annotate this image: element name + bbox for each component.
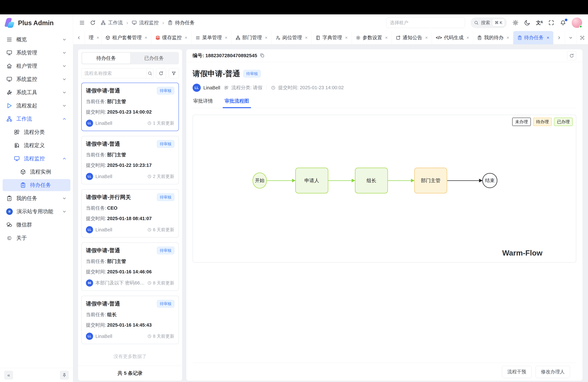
sidebar-item-about[interactable]: © 关于 xyxy=(3,232,70,244)
flow-node-end[interactable]: 结束 xyxy=(482,173,497,188)
task-card[interactable]: 请假申请-普通 待审核 当前任务:部门主管 提交时间:2025-01-23 14… xyxy=(81,83,179,131)
close-icon[interactable]: × xyxy=(97,35,99,40)
flow-node-applicant[interactable]: 申请人 xyxy=(295,168,328,193)
filter-button[interactable] xyxy=(169,68,179,78)
flowchart-canvas[interactable]: 未办理 待办理 已办理 开始 申请人 组长 部门主管 结束 xyxy=(192,115,576,263)
close-icon[interactable]: × xyxy=(305,35,308,40)
clock-icon xyxy=(147,281,152,285)
page-tab[interactable]: 岗位管理× xyxy=(272,31,312,44)
tabs-dropdown-button[interactable] xyxy=(565,31,576,44)
wechat-icon xyxy=(6,222,12,228)
sidebar-item-workflow[interactable]: 工作流 xyxy=(3,113,70,125)
submit-time-row: 提交时间:2025-01-16 14:45:43 xyxy=(86,322,174,328)
close-icon[interactable]: × xyxy=(385,35,388,40)
segment-todo-tasks[interactable]: 待办任务 xyxy=(82,53,130,64)
tab-approval-details[interactable]: 审批详情 xyxy=(192,98,213,108)
sidebar-item-process-category[interactable]: 流程分类 xyxy=(3,126,70,138)
fullscreen-icon[interactable] xyxy=(548,20,554,26)
task-card[interactable]: 请假申请-普通 待审核 当前任务:部门主管 提交时间:2025-01-16 14… xyxy=(81,242,179,291)
close-icon[interactable]: × xyxy=(425,35,428,40)
submit-time-row: 提交时间:2025-01-22 10:23:17 xyxy=(86,162,174,169)
page-tabs-bar: 理× 租户套餐管理× 缓存监控× 菜单管理× 部门管理× 岗位管理× 字典管理× xyxy=(73,31,588,44)
close-icon[interactable]: × xyxy=(466,35,469,40)
reset-button[interactable] xyxy=(156,68,166,78)
change-assignee-button[interactable]: 修改办理人 xyxy=(536,366,570,378)
page-tab[interactable]: 缓存监控× xyxy=(151,31,191,44)
sidebar-item-label: 系统管理 xyxy=(16,49,37,56)
task-search-input[interactable] xyxy=(82,68,146,78)
page-tab[interactable]: 理× xyxy=(85,31,102,44)
task-type-segmented-control: 待办任务 已办任务 xyxy=(81,52,179,64)
page-tab[interactable]: 菜单管理× xyxy=(191,31,231,44)
notifications-bell-icon[interactable] xyxy=(560,20,566,26)
tab-approval-flowchart[interactable]: 审批流程图 xyxy=(224,98,250,108)
task-list-panel: 待办任务 已办任务 请假申请-普通 待审核 xyxy=(78,49,182,381)
sidebar-item-overview[interactable]: 概览 xyxy=(3,34,70,45)
breadcrumb-separator: › xyxy=(162,20,164,25)
sidebar-item-process-definition[interactable]: 流程定义 xyxy=(3,139,70,151)
close-icon[interactable]: × xyxy=(345,35,348,40)
page-tab[interactable]: 我的待办× xyxy=(473,31,513,44)
chevron-up-icon xyxy=(62,156,67,161)
certificate-icon xyxy=(14,142,20,149)
breadcrumb-item[interactable]: 工作流 xyxy=(108,20,123,26)
sidebar-item-system-management[interactable]: 系统管理 xyxy=(3,47,70,59)
tabs-scroll-left-button[interactable] xyxy=(73,31,85,44)
sidebar-item-system-tools[interactable]: 系统工具 xyxy=(3,86,70,99)
flow-node-start[interactable]: 开始 xyxy=(252,172,267,189)
hamburger-menu-icon[interactable] xyxy=(79,20,85,26)
close-icon[interactable]: × xyxy=(265,35,268,40)
close-icon[interactable]: × xyxy=(145,35,147,40)
sidebar-item-demo-features[interactable]: ✳ 演示站专用功能 xyxy=(3,206,70,218)
status-badge: 待审核 xyxy=(157,193,174,201)
sidebar-item-process-instance[interactable]: 流程实例 xyxy=(3,166,70,178)
pin-icon[interactable] xyxy=(60,371,69,380)
page-tab[interactable]: 通知公告× xyxy=(392,31,432,44)
settings-gear-icon[interactable] xyxy=(512,20,519,26)
close-icon[interactable]: × xyxy=(547,35,549,40)
language-switch-icon[interactable]: 文ᴬ xyxy=(536,20,543,26)
sidebar-item-wechat-group[interactable]: 微信群 xyxy=(3,219,70,231)
flow-node-team-leader[interactable]: 组长 xyxy=(355,168,388,193)
org-tree-icon xyxy=(6,116,12,122)
page-tab[interactable]: 参数设置× xyxy=(352,31,392,44)
task-card[interactable]: 请假申请-普通 待审核 当前任务:组长 提交时间:2025-01-16 14:4… xyxy=(81,296,179,344)
sidebar-item-todo-tasks[interactable]: 待办任务 xyxy=(3,179,70,191)
sidebar-item-process-monitor[interactable]: 流程监控 xyxy=(3,153,70,165)
page-tab[interactable]: 租户套餐管理× xyxy=(102,31,151,44)
tabs-scroll-right-button[interactable] xyxy=(553,31,565,44)
refresh-detail-button[interactable] xyxy=(567,51,576,60)
page-tab[interactable]: 部门管理× xyxy=(231,31,272,44)
process-intervene-button[interactable]: 流程干预 xyxy=(502,366,532,378)
sidebar-item-tenant-management[interactable]: 租户管理 xyxy=(3,60,70,72)
close-icon[interactable]: × xyxy=(225,35,227,40)
global-search-button[interactable]: 搜索 ⌘ K xyxy=(471,17,507,28)
task-card[interactable]: 请假申请-普通 待审核 当前任务:部门主管 提交时间:2025-01-22 10… xyxy=(81,136,179,184)
breadcrumb-item[interactable]: 流程监控 xyxy=(139,20,159,26)
page-tab[interactable]: </> 代码生成× xyxy=(432,31,473,44)
close-icon[interactable]: × xyxy=(506,35,509,40)
refresh-page-icon[interactable] xyxy=(90,20,96,26)
sidebar-item-process-start[interactable]: 流程发起 xyxy=(3,100,70,112)
header-actions: 搜索 ⌘ K 文ᴬ xyxy=(386,17,582,28)
sidebar-item-system-monitor[interactable]: 系统监控 xyxy=(3,73,70,85)
sidebar-item-label: 关于 xyxy=(16,234,27,242)
page-tab[interactable]: 字典管理× xyxy=(312,31,352,44)
tenant-select-input[interactable] xyxy=(386,18,465,28)
copy-icon[interactable] xyxy=(260,53,265,59)
close-icon[interactable]: × xyxy=(185,35,187,40)
segment-done-tasks[interactable]: 已办任务 xyxy=(130,53,178,64)
dark-mode-moon-icon[interactable] xyxy=(524,20,530,26)
page-tab-active[interactable]: 待办任务× xyxy=(513,31,553,44)
task-title: 请假申请-普通 xyxy=(86,300,120,307)
user-avatar[interactable] xyxy=(572,18,582,28)
sidebar-item-my-tasks[interactable]: 我的任务 xyxy=(3,192,70,204)
search-label: 搜索 xyxy=(481,20,490,26)
tabs-fullscreen-button[interactable] xyxy=(576,31,588,44)
legend-pending: 待办理 xyxy=(533,118,552,126)
flow-node-department-manager[interactable]: 部门主管 xyxy=(414,168,447,193)
collapse-sidebar-button[interactable]: « xyxy=(4,371,13,380)
search-button[interactable] xyxy=(146,68,153,78)
task-card[interactable]: 请假申请-并行网关 待审核 当前任务:CEO 提交时间:2025-01-18 0… xyxy=(81,189,179,237)
home-icon xyxy=(6,63,12,69)
